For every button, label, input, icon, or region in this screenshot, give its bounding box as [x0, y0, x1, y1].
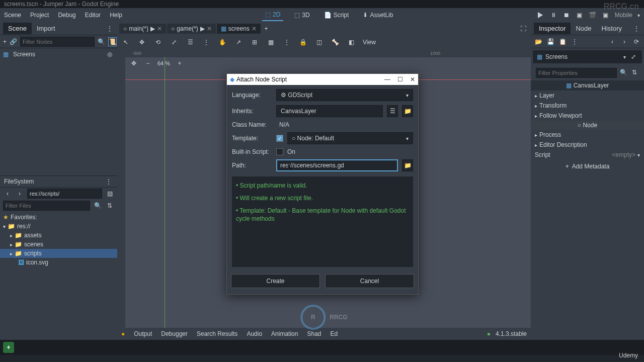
fs-favorites[interactable]: ★Favorites: [0, 213, 117, 222]
workspace-2d[interactable]: ⬚2D [262, 9, 283, 21]
move-tool[interactable]: ✥ [137, 38, 146, 47]
cancel-button[interactable]: Cancel [325, 274, 414, 288]
language-dropdown[interactable]: ⚙ GDScript ▾ [276, 89, 413, 101]
add-tab-button[interactable]: + [262, 24, 271, 33]
override-tool[interactable]: ◧ [347, 38, 356, 47]
open-resource-button[interactable]: 📂 [534, 37, 543, 46]
workspace-script[interactable]: 📄Script [321, 10, 352, 21]
prop-process[interactable]: ▸Process [531, 130, 644, 140]
menu-editor[interactable]: Editor [85, 12, 101, 19]
taskbar-app-icon[interactable]: + [3, 342, 14, 353]
fs-folder-assets[interactable]: ▸📁assets [0, 231, 117, 240]
prop-layer[interactable]: ▸Layer [531, 90, 644, 101]
close-button[interactable]: ✕ [410, 76, 415, 83]
template-dropdown[interactable]: ○ Node: Default ▾ [287, 132, 413, 144]
close-icon[interactable]: ✕ [207, 25, 212, 32]
history-forward[interactable]: › [620, 37, 629, 46]
inspector-menu[interactable]: ⋮ [570, 37, 579, 46]
menu-scene[interactable]: Scene [4, 12, 21, 19]
prop-editor-desc[interactable]: ▸Editor Description [531, 140, 644, 150]
fs-sort-icon[interactable]: ⇅ [105, 201, 114, 210]
inspector-node-name[interactable]: ▦ Screens ▾ ⤢ [533, 50, 642, 63]
inherits-browse-button[interactable]: 📁 [402, 105, 413, 117]
tab-inspector[interactable]: Inspector [534, 23, 571, 34]
prop-script[interactable]: Script <empty> ▾ [531, 150, 644, 160]
grid-tool[interactable]: ▦ [266, 38, 275, 47]
play-scene-icon[interactable]: ▶ [150, 25, 155, 32]
panel-animation[interactable]: Animation [271, 330, 298, 337]
fs-file-icon[interactable]: 🖼icon.svg [0, 258, 117, 267]
scale-tool[interactable]: ⤢ [170, 38, 179, 47]
tab-node[interactable]: Node [571, 23, 596, 34]
copy-resource-button[interactable]: 📋 [558, 37, 567, 46]
create-button[interactable]: Create [231, 274, 320, 288]
fs-search-icon[interactable]: 🔍 [93, 201, 102, 210]
play-custom-button[interactable]: ▣ [602, 11, 610, 19]
tab-history[interactable]: History [597, 23, 627, 34]
pause-button[interactable]: ⏸ [549, 11, 557, 19]
visibility-icon[interactable]: ◎ [105, 50, 114, 59]
dialog-titlebar[interactable]: ◆ Attach Node Script — ☐ ✕ [227, 74, 418, 85]
list-tool[interactable]: ☰ [186, 38, 195, 47]
inherits-menu-button[interactable]: ☰ [387, 105, 398, 117]
remote-button[interactable]: ▣ [576, 11, 584, 19]
save-resource-button[interactable]: 💾 [546, 37, 555, 46]
search-icon[interactable]: 🔍 [98, 37, 105, 46]
fs-view-toggle[interactable]: ▤ [105, 189, 114, 198]
close-icon[interactable]: ✕ [252, 25, 257, 32]
node-section[interactable]: ○ Node [531, 121, 644, 130]
fs-filter-input[interactable] [3, 201, 90, 211]
center-icon[interactable]: ✥ [129, 59, 138, 68]
fs-path-input[interactable] [27, 189, 102, 199]
fs-back-button[interactable]: ‹ [3, 189, 12, 198]
inspector-dock-menu[interactable]: ⋮ [632, 24, 641, 33]
workspace-assetlib[interactable]: ⬇AssetLib [360, 10, 396, 21]
scene-tab-main[interactable]: ○main(*)▶✕ [119, 24, 166, 34]
path-input[interactable] [276, 159, 398, 171]
fs-forward-button[interactable]: › [15, 189, 24, 198]
add-node-button[interactable]: + [3, 37, 7, 46]
zoom-in-button[interactable]: + [175, 59, 184, 68]
minimize-button[interactable]: — [384, 76, 390, 83]
menu-debug[interactable]: Debug [58, 12, 75, 19]
lock-tool[interactable]: 🔒 [298, 38, 307, 47]
menu-help[interactable]: Help [110, 12, 122, 19]
bone-tool[interactable]: 🦴 [331, 38, 340, 47]
close-icon[interactable]: ✕ [157, 25, 162, 32]
class-header[interactable]: ▦ CanvasLayer [531, 80, 644, 90]
inspector-filter-input[interactable] [536, 68, 617, 78]
distraction-free-icon[interactable]: ⛶ [519, 24, 528, 33]
link-button[interactable]: 🔗 [10, 37, 17, 46]
panel-editor[interactable]: Ed [330, 330, 338, 337]
ruler-tool[interactable]: ↗ [234, 38, 243, 47]
template-checkbox[interactable]: ✓ [276, 135, 283, 142]
play-button[interactable] [536, 11, 544, 19]
fs-root[interactable]: ▾📁res:// [0, 222, 117, 231]
fs-folder-scenes[interactable]: ▸📁scenes [0, 240, 117, 249]
prop-transform[interactable]: ▸Transform [531, 101, 644, 111]
play-scene-button[interactable]: 🎬 [589, 11, 597, 19]
fs-dock-menu-icon[interactable]: ⋮ [104, 177, 113, 186]
inherits-field[interactable]: CanvasLayer [276, 105, 383, 117]
add-metadata-button[interactable]: + Add Metadata [531, 160, 644, 173]
panel-output[interactable]: Output [134, 330, 152, 337]
tool-menu[interactable]: ⋮ [202, 38, 211, 47]
panel-shader[interactable]: Shad [307, 330, 321, 337]
select-tool[interactable]: ↖ [121, 38, 130, 47]
view-menu[interactable]: View [363, 39, 376, 46]
panel-debugger[interactable]: Debugger [161, 330, 188, 337]
pan-tool[interactable]: ✋ [218, 38, 227, 47]
play-scene-icon[interactable]: ▶ [200, 25, 205, 32]
snap-tool[interactable]: ⊞ [250, 38, 259, 47]
snap-menu[interactable]: ⋮ [282, 38, 291, 47]
scene-root-node[interactable]: ▦ Screens ◎ [0, 48, 117, 60]
group-tool[interactable]: ◫ [314, 38, 324, 47]
builtin-checkbox[interactable] [276, 148, 283, 155]
search-icon[interactable]: 🔍 [619, 68, 628, 77]
refresh-button[interactable]: ⟳ [632, 37, 641, 46]
zoom-level[interactable]: 64 % [157, 60, 170, 66]
maximize-button[interactable]: ☐ [397, 76, 403, 83]
filter-menu[interactable]: ⇅ [630, 68, 639, 77]
scene-tab-screens[interactable]: ▦screens✕ [217, 24, 261, 34]
stop-button[interactable]: ⏹ [562, 11, 571, 19]
